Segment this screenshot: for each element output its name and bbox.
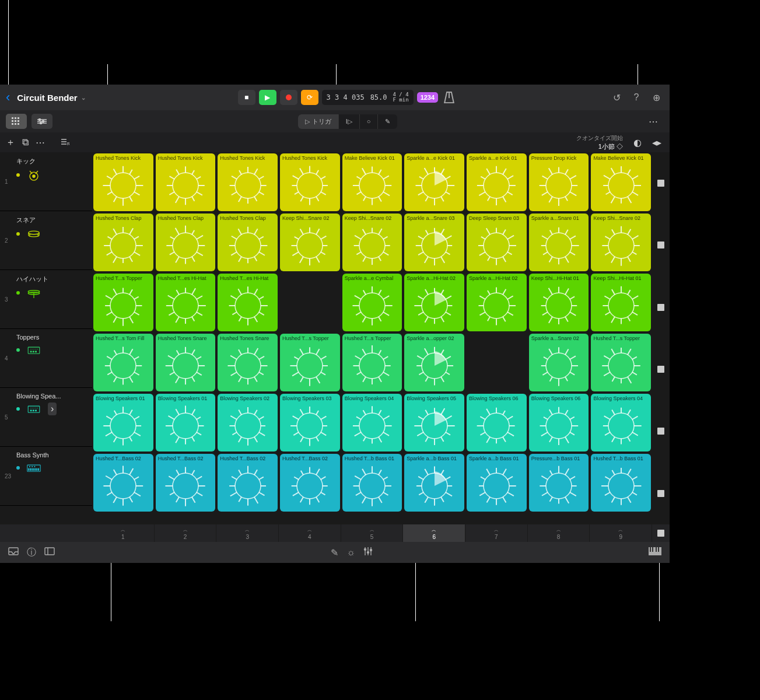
mixer-view-button[interactable] [31,114,52,129]
scene-trigger[interactable]: ︿6 [403,524,465,542]
loop-cell[interactable]: Blowing Speakers 05 [404,394,464,452]
loop-mode-button[interactable]: ○ [360,114,379,129]
loop-cell[interactable]: Hushed T...s Topper [591,334,651,391]
loop-cell[interactable]: Sparkle a...e Cymbal [342,274,402,331]
pencil-icon[interactable]: ✎ [331,547,338,558]
track-header[interactable]: 5 Blowing Spea... › [0,388,92,447]
loop-cell[interactable]: Hushed T...s Topper [280,334,340,391]
record-button[interactable] [280,90,297,105]
edit-mode-button[interactable]: ✎ [378,114,397,129]
scene-trigger[interactable]: ︿5 [341,524,404,542]
loop-cell[interactable]: Sparkle a...opper 02 [404,334,464,391]
scene-trigger[interactable]: ︿7 [465,524,528,542]
grid-view-button[interactable] [6,114,27,129]
loop-cell[interactable]: Keep Shi...Snare 02 [280,214,340,271]
track-header[interactable]: 3 ハイハット [0,270,92,329]
loop-cell[interactable]: Keep Shi...Hi-Hat 01 [529,274,589,331]
loop-cell[interactable]: Hushed Tones Kick [156,153,216,211]
empty-cell[interactable] [467,334,527,391]
loop-cell[interactable]: Blowing Speakers 06 [467,394,527,452]
track-stop-button[interactable] [652,276,670,338]
trigger-mode-button[interactable]: ▷ トリガ [298,114,339,129]
loop-cell[interactable]: Pressure...b Bass 01 [529,454,589,512]
track-stop-button[interactable] [652,152,670,214]
stop-button[interactable]: ■ [238,90,255,105]
metronome-icon[interactable] [442,90,457,105]
back-button[interactable]: ‹ [6,90,10,105]
loop-cell[interactable]: Sparkle a...b Bass 01 [404,454,464,512]
loop-cell[interactable]: Hushed Tones Clap [156,214,216,271]
volume-icon[interactable]: ◂▸ [652,137,661,148]
track-stop-button[interactable] [652,400,670,462]
scene-trigger[interactable]: ︿9 [590,524,652,542]
quantize-start[interactable]: クオンタイズ開始 1小節 ◇ [576,134,623,151]
loop-cell[interactable]: Hushed T...s Tom Fill [93,334,153,391]
loop-cell[interactable]: Blowing Speakers 02 [218,394,278,452]
loop-cell[interactable]: Hushed Tones Kick [280,153,340,211]
more-icon[interactable]: ⊕ [649,90,664,105]
count-in-button[interactable]: 1234 [417,92,438,103]
overflow-button[interactable]: ⋯ [643,114,664,129]
loop-cell[interactable]: Keep Shi...Snare 02 [342,214,402,271]
duplicate-track-button[interactable]: ⧉ [22,137,29,148]
track-stop-button[interactable] [652,338,670,400]
empty-cell[interactable] [280,274,340,331]
loop-cell[interactable]: Blowing Speakers 01 [156,394,216,452]
loop-cell[interactable]: Sparkle a...Hi-Hat 02 [467,274,527,331]
expand-track-button[interactable]: › [48,402,57,415]
scene-trigger[interactable]: ︿4 [279,524,341,542]
gain-icon[interactable]: ◐ [633,137,642,148]
loop-cell[interactable]: Hushed Tones Snare [156,334,216,391]
cycle-button[interactable]: ⟳ [301,90,318,105]
loop-cell[interactable]: Hushed T...b Bass 01 [342,454,402,512]
loop-cell[interactable]: Hushed T...s Topper [93,274,153,331]
play-button[interactable]: ▶ [259,90,276,105]
keyboard-icon[interactable] [649,547,661,558]
project-title[interactable]: Circuit Bender ⌄ [17,93,85,103]
loop-cell[interactable]: Blowing Speakers 06 [529,394,589,452]
lcd-display[interactable]: 3 3 4 035 85.0 4 / 4 F min [322,90,414,105]
loop-cell[interactable]: Sparkle a...e Kick 01 [467,153,527,211]
loop-cell[interactable]: Blowing Speakers 03 [280,394,340,452]
track-header[interactable]: 4 Toppers [0,329,92,388]
loop-cell[interactable]: Hushed T...es Hi-Hat [156,274,216,331]
loop-cell[interactable]: Pressure Drop Kick [529,153,589,211]
loop-cell[interactable]: Deep Sleep Snare 03 [467,214,527,271]
loop-cell[interactable]: Sparkle a...Snare 02 [529,334,589,391]
track-header[interactable]: 23 Bass Synth [0,447,92,506]
track-list-button[interactable]: R [61,137,69,148]
loop-cell[interactable]: Blowing Speakers 01 [93,394,153,452]
loop-cell[interactable]: Hushed T...Bass 02 [156,454,216,512]
track-header[interactable]: 2 スネア [0,211,92,270]
add-track-button[interactable]: ＋ [6,136,15,149]
loop-cell[interactable]: Hushed T...Bass 02 [93,454,153,512]
loop-cell[interactable]: Hushed Tones Clap [93,214,153,271]
loop-cell[interactable]: Hushed T...s Topper [342,334,402,391]
loop-cell[interactable]: Sparkle a...e Kick 01 [404,153,464,211]
help-icon[interactable]: ? [629,90,644,105]
sun-icon[interactable]: ☼ [346,547,355,558]
loop-cell[interactable]: Sparkle a...b Bass 01 [467,454,527,512]
loop-cell[interactable]: Sparkle a...Snare 01 [529,214,589,271]
retrigger-mode-button[interactable]: I▷ [339,114,360,129]
loop-cell[interactable]: Hushed Tones Kick [218,153,278,211]
undo-icon[interactable]: ↺ [609,90,624,105]
panel-icon[interactable] [44,547,55,558]
loop-cell[interactable]: Hushed T...Bass 02 [280,454,340,512]
scene-trigger[interactable]: ︿8 [528,524,590,542]
loop-cell[interactable]: Hushed Tones Kick [93,153,153,211]
loop-cell[interactable]: Blowing Speakers 04 [591,394,651,452]
loop-cell[interactable]: Keep Shi...Hi-Hat 01 [591,274,651,331]
info-icon[interactable]: ⓘ [27,547,36,559]
stop-all-button[interactable] [652,524,670,542]
track-stop-button[interactable] [652,463,670,524]
track-stop-button[interactable] [652,214,670,276]
loop-cell[interactable]: Keep Shi...Snare 02 [591,214,651,271]
loop-cell[interactable]: Hushed T...es Hi-Hat [218,274,278,331]
track-options-button[interactable]: ⋯ [36,137,45,148]
loop-cell[interactable]: Make Believe Kick 01 [342,153,402,211]
loop-cell[interactable]: Hushed Tones Snare [218,334,278,391]
mixer-icon[interactable] [363,547,373,558]
scene-trigger[interactable]: ︿3 [216,524,279,542]
inbox-icon[interactable] [8,547,19,558]
